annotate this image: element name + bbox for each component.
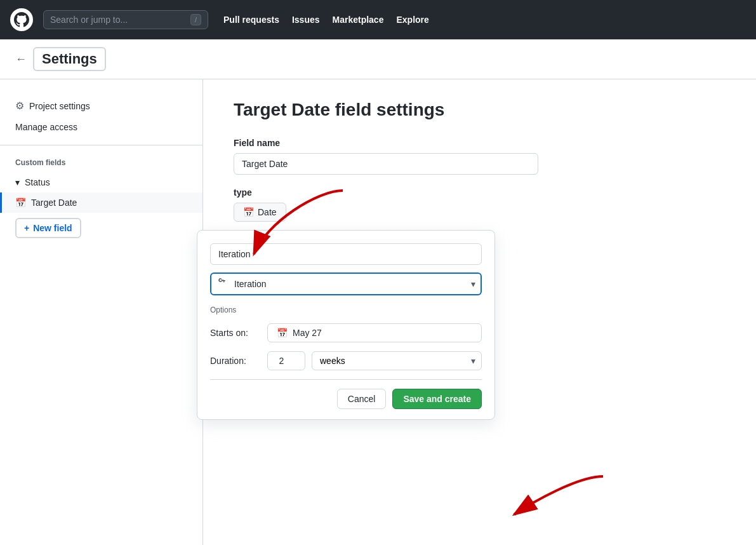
save-and-create-button[interactable]: Save and create (392, 389, 482, 409)
topnav-links: Pull requests Issues Marketplace Explore (223, 15, 429, 25)
field-name-input[interactable] (234, 153, 538, 175)
panel-title: Target Date field settings (234, 100, 726, 120)
settings-title: Settings (42, 51, 97, 67)
cancel-button[interactable]: Cancel (337, 389, 387, 409)
field-type-select[interactable]: Iteration Date Text Number (210, 272, 482, 295)
date-type-value: Date (258, 207, 277, 217)
duration-unit-select[interactable]: weeks days months (312, 351, 482, 370)
top-navigation: Search or jump to... / Pull requests Iss… (0, 0, 756, 39)
custom-fields-section: Custom fields (0, 153, 202, 172)
target-date-label: Target Date (31, 198, 77, 208)
starts-on-label: Starts on: (210, 328, 261, 338)
page-container: Search or jump to... / Pull requests Iss… (0, 0, 756, 545)
iteration-search-icon (216, 278, 227, 290)
duration-unit-wrapper: weeks days months ▾ (312, 351, 482, 370)
options-label: Options (210, 306, 482, 314)
manage-access-label: Manage access (15, 122, 77, 132)
field-name-label: Field name (234, 138, 726, 148)
duration-label: Duration: (210, 356, 261, 366)
search-shortcut: / (190, 14, 201, 25)
new-field-button[interactable]: + New field (15, 218, 81, 238)
modal-footer: Cancel Save and create (210, 379, 482, 419)
sidebar-item-manage-access[interactable]: Manage access (0, 117, 202, 137)
search-placeholder-text: Search or jump to... (50, 15, 185, 25)
nav-pull-requests[interactable]: Pull requests (223, 15, 279, 25)
sidebar: ⚙ Project settings Manage access Custom … (0, 79, 203, 545)
field-type-label: type (234, 187, 726, 198)
settings-title-box: Settings (33, 47, 106, 71)
status-dropdown-icon: ▾ (15, 177, 20, 187)
sidebar-item-target-date[interactable]: 📅 Target Date (0, 192, 202, 213)
starts-on-date-picker[interactable]: 📅 May 27 (267, 323, 482, 342)
plus-icon: + (24, 223, 29, 233)
search-bar[interactable]: Search or jump to... / (43, 10, 208, 29)
date-type-badge: 📅 Date (234, 203, 286, 222)
project-settings-label: Project settings (29, 101, 90, 111)
sidebar-divider-1 (0, 145, 202, 145)
new-field-label: New field (33, 223, 72, 233)
field-type-select-wrapper: Iteration Date Text Number ▾ (210, 272, 482, 295)
calendar-icon-small: 📅 (277, 328, 288, 338)
select-chevron-down-icon: ▾ (471, 279, 475, 289)
back-arrow[interactable]: ← (15, 53, 27, 66)
settings-header: ← Settings (0, 39, 756, 79)
status-label: Status (25, 177, 50, 187)
github-logo[interactable] (10, 8, 33, 31)
sidebar-item-project-settings[interactable]: ⚙ Project settings (0, 95, 202, 117)
duration-number-input[interactable] (267, 351, 305, 370)
calendar-small-icon: 📅 (243, 207, 254, 217)
nav-issues[interactable]: Issues (292, 15, 320, 25)
gear-icon: ⚙ (15, 100, 24, 112)
modal-field-name-input[interactable] (210, 243, 482, 265)
calendar-icon: 📅 (15, 198, 26, 208)
duration-row: Duration: weeks days months ▾ (210, 351, 482, 370)
starts-on-value: May 27 (293, 328, 322, 338)
new-field-modal: Iteration Date Text Number ▾ Options Sta… (197, 230, 495, 420)
nav-marketplace[interactable]: Marketplace (333, 15, 384, 25)
starts-on-row: Starts on: 📅 May 27 (210, 323, 482, 342)
sidebar-item-status[interactable]: ▾ Status (0, 172, 202, 192)
nav-explore[interactable]: Explore (396, 15, 428, 25)
